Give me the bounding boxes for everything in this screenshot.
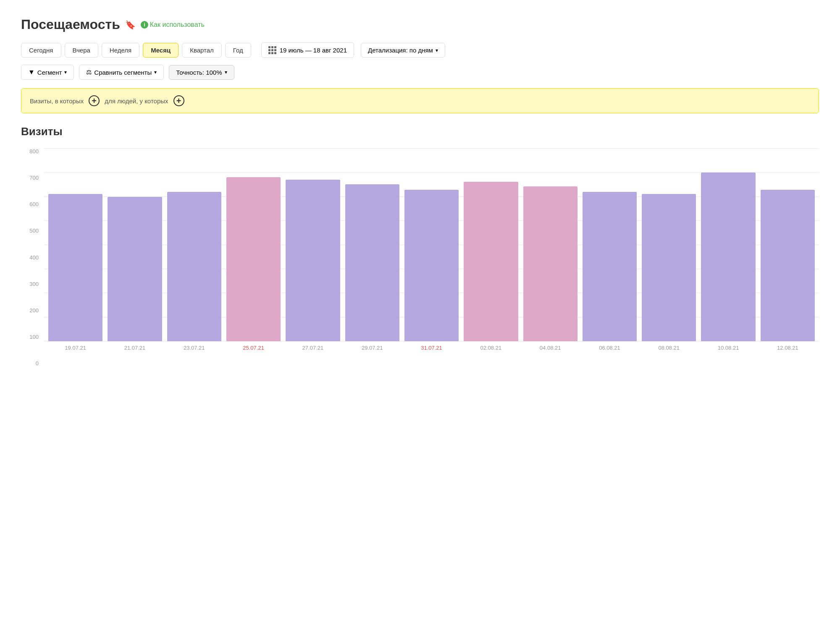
page-header: Посещаемость 🔖 i Как использовать bbox=[21, 17, 819, 32]
bar-group-5[interactable] bbox=[345, 184, 399, 341]
y-label-400: 400 bbox=[29, 254, 39, 261]
date-range-button[interactable]: 19 июль — 18 авг 2021 bbox=[261, 42, 354, 58]
add-people-condition-button[interactable]: + bbox=[173, 95, 184, 106]
bar-group-1[interactable] bbox=[108, 197, 162, 341]
calendar-grid-icon bbox=[268, 46, 276, 54]
chevron-down-icon: ▾ bbox=[436, 47, 438, 53]
x-label-9: 06.08.21 bbox=[583, 345, 637, 351]
filter-bar: ▼ Сегмент ▾ ⚖ Сравнить сегменты ▾ Точнос… bbox=[21, 65, 819, 80]
bar-10-08-21[interactable] bbox=[701, 173, 755, 341]
detail-button[interactable]: Детализация: по дням ▾ bbox=[361, 43, 445, 58]
x-label-8: 04.08.21 bbox=[523, 345, 578, 351]
x-label-5: 29.07.21 bbox=[345, 345, 399, 351]
x-label-6: 31.07.21 bbox=[404, 345, 459, 351]
x-label-0: 19.07.21 bbox=[48, 345, 102, 351]
help-link[interactable]: i Как использовать bbox=[141, 21, 205, 29]
accuracy-button[interactable]: Точность: 100% ▾ bbox=[169, 65, 234, 80]
y-label-700: 700 bbox=[29, 175, 39, 181]
bar-19-07-21[interactable] bbox=[48, 194, 102, 341]
period-btn-yesterday[interactable]: Вчера bbox=[65, 43, 98, 58]
bars-row bbox=[44, 148, 819, 341]
bar-06-08-21[interactable] bbox=[583, 192, 637, 341]
x-label-10: 08.08.21 bbox=[642, 345, 696, 351]
bar-31-07-21[interactable] bbox=[404, 190, 459, 341]
x-labels: 19.07.2121.07.2123.07.2125.07.2127.07.21… bbox=[44, 341, 819, 351]
bar-group-0[interactable] bbox=[48, 194, 102, 341]
x-label-2: 23.07.21 bbox=[167, 345, 221, 351]
segment-label: Сегмент bbox=[37, 69, 62, 76]
segment-text2: для людей, у которых bbox=[105, 97, 168, 105]
bar-group-12[interactable] bbox=[761, 190, 815, 341]
bar-27-07-21[interactable] bbox=[286, 180, 340, 341]
segment-text1: Визиты, в которых bbox=[30, 97, 84, 105]
y-label-0: 0 bbox=[36, 360, 39, 366]
bar-25-07-21[interactable] bbox=[226, 177, 281, 341]
period-bar: Сегодня Вчера Неделя Месяц Квартал Год 1… bbox=[21, 42, 819, 58]
chart-container: 800 700 600 500 400 300 200 100 0 bbox=[21, 148, 819, 366]
segment-chevron-icon: ▾ bbox=[64, 69, 67, 75]
bar-04-08-21[interactable] bbox=[523, 186, 578, 341]
segment-box: Визиты, в которых + для людей, у которых… bbox=[21, 88, 819, 113]
y-label-300: 300 bbox=[29, 281, 39, 287]
bookmark-icon[interactable]: 🔖 bbox=[125, 20, 136, 30]
bar-21-07-21[interactable] bbox=[108, 197, 162, 341]
chart-title: Визиты bbox=[21, 125, 819, 138]
filter-icon: ▼ bbox=[28, 68, 35, 76]
y-label-100: 100 bbox=[29, 334, 39, 340]
x-label-12: 12.08.21 bbox=[761, 345, 815, 351]
detail-text: Детализация: по дням bbox=[368, 47, 433, 54]
x-label-11: 10.08.21 bbox=[701, 345, 755, 351]
bar-group-10[interactable] bbox=[642, 194, 696, 341]
date-range-text: 19 июль — 18 авг 2021 bbox=[280, 47, 347, 54]
x-label-4: 27.07.21 bbox=[286, 345, 340, 351]
bar-12-08-21[interactable] bbox=[761, 190, 815, 341]
period-btn-quarter[interactable]: Квартал bbox=[182, 43, 222, 58]
compare-chevron-icon: ▾ bbox=[154, 69, 157, 75]
y-label-600: 600 bbox=[29, 201, 39, 207]
y-label-500: 500 bbox=[29, 228, 39, 234]
x-label-3: 25.07.21 bbox=[226, 345, 281, 351]
bar-02-08-21[interactable] bbox=[464, 182, 518, 341]
x-label-7: 02.08.21 bbox=[464, 345, 518, 351]
bar-group-2[interactable] bbox=[167, 192, 221, 341]
bar-08-08-21[interactable] bbox=[642, 194, 696, 341]
info-icon: i bbox=[141, 21, 148, 29]
bar-23-07-21[interactable] bbox=[167, 192, 221, 341]
period-btn-month[interactable]: Месяц bbox=[143, 43, 178, 58]
bar-group-4[interactable] bbox=[286, 180, 340, 341]
y-label-200: 200 bbox=[29, 307, 39, 314]
period-btn-today[interactable]: Сегодня bbox=[21, 43, 61, 58]
accuracy-chevron-icon: ▾ bbox=[225, 69, 227, 75]
accuracy-label: Точность: 100% bbox=[176, 69, 222, 76]
bar-group-7[interactable] bbox=[464, 182, 518, 341]
y-axis: 800 700 600 500 400 300 200 100 0 bbox=[21, 148, 42, 366]
x-label-1: 21.07.21 bbox=[108, 345, 162, 351]
bar-group-9[interactable] bbox=[583, 192, 637, 341]
compare-segments-button[interactable]: ⚖ Сравнить сегменты ▾ bbox=[79, 65, 164, 80]
y-label-800: 800 bbox=[29, 148, 39, 154]
bar-group-8[interactable] bbox=[523, 186, 578, 341]
compare-icon: ⚖ bbox=[86, 68, 92, 76]
bar-group-3[interactable] bbox=[226, 177, 281, 341]
chart-inner bbox=[44, 148, 819, 341]
bar-group-11[interactable] bbox=[701, 173, 755, 341]
segment-filter-button[interactable]: ▼ Сегмент ▾ bbox=[21, 65, 74, 80]
period-btn-week[interactable]: Неделя bbox=[102, 43, 139, 58]
help-link-text: Как использовать bbox=[150, 21, 205, 29]
compare-label: Сравнить сегменты bbox=[94, 69, 152, 76]
add-visit-condition-button[interactable]: + bbox=[89, 95, 100, 106]
bar-group-6[interactable] bbox=[404, 190, 459, 341]
page-title: Посещаемость bbox=[21, 17, 120, 32]
bar-29-07-21[interactable] bbox=[345, 184, 399, 341]
period-btn-year[interactable]: Год bbox=[225, 43, 251, 58]
